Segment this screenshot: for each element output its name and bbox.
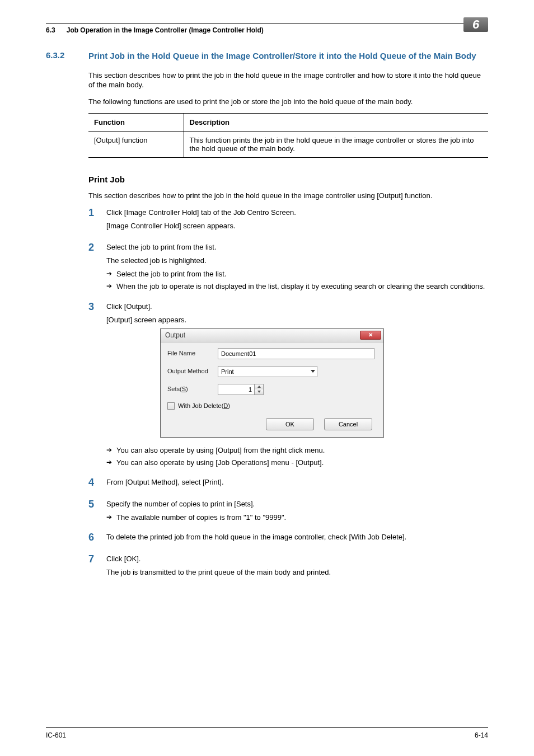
step-note: The available number of copies is from "… xyxy=(106,513,488,523)
step-sub: The selected job is highlighted. xyxy=(106,256,488,266)
content-area: 6.3.2 Print Job in the Hold Queue in the… xyxy=(46,50,488,589)
step-text: To delete the printed job from the hold … xyxy=(106,532,488,542)
output-dialog: Output ✕ File Name Output Method xyxy=(160,328,384,438)
step-body: To delete the printed job from the hold … xyxy=(106,532,488,546)
step-text: Click [Output]. xyxy=(106,302,488,312)
step-number: 5 xyxy=(88,499,106,525)
chapter-badge: 6 xyxy=(463,17,488,32)
close-icon[interactable]: ✕ xyxy=(360,331,381,340)
step-2: 2 Select the job to print from the list.… xyxy=(88,242,488,293)
ok-button[interactable]: OK xyxy=(266,418,314,430)
subsection-heading: Print Job xyxy=(88,175,488,184)
method-select[interactable]: Print xyxy=(218,366,317,377)
spinner-buttons xyxy=(255,384,264,395)
step-text: From [Output Method], select [Print]. xyxy=(106,477,488,487)
filename-input[interactable] xyxy=(218,348,374,359)
step-body: From [Output Method], select [Print]. xyxy=(106,477,488,491)
step-5: 5 Specify the number of copies to print … xyxy=(88,499,488,525)
table-header-row: Function Description xyxy=(88,114,488,132)
step-6: 6 To delete the printed job from the hol… xyxy=(88,532,488,546)
step-note: You can also operate by using [Output] f… xyxy=(106,445,488,456)
label-delete-pre: With Job Delete( xyxy=(178,402,223,409)
step-number: 1 xyxy=(88,208,106,234)
label-delete: With Job Delete(D) xyxy=(178,402,230,410)
step-4: 4 From [Output Method], select [Print]. xyxy=(88,477,488,491)
section-title: Print Job in the Hold Queue in the Image… xyxy=(88,50,488,62)
row-filename: File Name xyxy=(167,348,377,359)
method-select-value: Print xyxy=(218,366,317,377)
intro-para-1: This section describes how to print the … xyxy=(88,71,488,90)
steps-list: 1 Click [Image Controller Hold] tab of t… xyxy=(88,208,488,581)
step-body: Click [OK]. The job is transmitted to th… xyxy=(106,554,488,581)
step-text: Select the job to print from the list. xyxy=(106,242,488,252)
label-method: Output Method xyxy=(167,367,218,375)
section-heading-row: 6.3.2 Print Job in the Hold Queue in the… xyxy=(46,50,488,62)
dialog-title-text: Output xyxy=(165,331,360,340)
step-body: Specify the number of copies to print in… xyxy=(106,499,488,525)
delete-checkbox[interactable] xyxy=(167,402,175,410)
step-body: Click [Output]. [Output] screen appears.… xyxy=(106,302,488,470)
row-sets: Sets(S) xyxy=(167,384,377,395)
label-sets-post: ) xyxy=(186,386,188,392)
table-row: [Output] function This function prints t… xyxy=(88,132,488,158)
header-section-title: Job Operation in the Image Controller (I… xyxy=(67,26,264,34)
step-number: 4 xyxy=(88,477,106,491)
header-section-ref: 6.3 Job Operation in the Image Controlle… xyxy=(46,26,264,34)
printjob-intro: This section describes how to print the … xyxy=(88,191,488,201)
label-sets-pre: Sets( xyxy=(167,386,182,392)
dialog-screenshot: Output ✕ File Name Output Method xyxy=(160,328,488,438)
step-text: Click [Image Controller Hold] tab of the… xyxy=(106,208,488,218)
td-description: This function prints the job in the hold… xyxy=(184,132,488,158)
step-sub: The job is transmitted to the print queu… xyxy=(106,567,488,577)
page-footer: IC-601 6-14 xyxy=(46,727,488,739)
function-table: Function Description [Output] function T… xyxy=(88,113,488,158)
footer-right: 6-14 xyxy=(475,731,488,739)
sets-input[interactable] xyxy=(218,384,255,395)
label-delete-post: ) xyxy=(228,402,230,409)
dialog-buttons: OK Cancel xyxy=(167,418,377,430)
td-function: [Output] function xyxy=(88,132,184,158)
step-number: 2 xyxy=(88,242,106,293)
step-1: 1 Click [Image Controller Hold] tab of t… xyxy=(88,208,488,234)
label-filename: File Name xyxy=(167,349,218,358)
spinner-down-icon[interactable] xyxy=(255,389,263,395)
step-note: You can also operate by using [Job Opera… xyxy=(106,458,488,468)
th-description: Description xyxy=(184,114,488,132)
th-function: Function xyxy=(88,114,184,132)
step-number: 3 xyxy=(88,302,106,470)
step-body: Select the job to print from the list. T… xyxy=(106,242,488,293)
dialog-body: File Name Output Method Print xyxy=(161,342,383,437)
step-number: 7 xyxy=(88,554,106,581)
spinner-up-icon[interactable] xyxy=(255,384,263,389)
cancel-button[interactable]: Cancel xyxy=(324,418,372,430)
section-body: This section describes how to print the … xyxy=(88,71,488,581)
sets-spinner[interactable] xyxy=(218,384,264,395)
step-sub: [Output] screen appears. xyxy=(106,315,488,325)
step-note: Select the job to print from the list. xyxy=(106,269,488,279)
header-section-num: 6.3 xyxy=(46,26,55,34)
label-sets-accel: S xyxy=(182,386,186,392)
step-number: 6 xyxy=(88,532,106,546)
step-text: Click [OK]. xyxy=(106,554,488,564)
step-3: 3 Click [Output]. [Output] screen appear… xyxy=(88,302,488,470)
section-number: 6.3.2 xyxy=(46,50,64,60)
step-7: 7 Click [OK]. The job is transmitted to … xyxy=(88,554,488,581)
chevron-down-icon xyxy=(311,370,315,373)
step-note: When the job to operate is not displayed… xyxy=(106,281,488,292)
page-header: 6.3 Job Operation in the Image Controlle… xyxy=(46,24,488,34)
intro-para-2: The following functions are used to prin… xyxy=(88,97,488,107)
step-body: Click [Image Controller Hold] tab of the… xyxy=(106,208,488,234)
step-text: Specify the number of copies to print in… xyxy=(106,499,488,509)
step-sub: [Image Controller Hold] screen appears. xyxy=(106,221,488,231)
row-delete: With Job Delete(D) xyxy=(167,402,377,410)
dialog-titlebar: Output ✕ xyxy=(161,329,383,342)
footer-left: IC-601 xyxy=(46,731,66,739)
label-sets: Sets(S) xyxy=(167,385,218,393)
row-method: Output Method Print xyxy=(167,366,377,377)
